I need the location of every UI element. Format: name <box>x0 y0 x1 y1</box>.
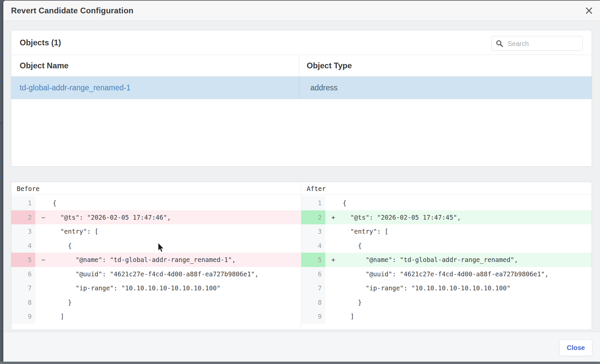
diff-line: 4 { <box>11 239 301 253</box>
dialog-header: Revert Candidate Configuration <box>3 1 600 21</box>
column-header-object-type: Object Type <box>299 55 592 76</box>
close-button[interactable]: Close <box>559 340 592 356</box>
line-number: 3 <box>301 224 325 239</box>
line-number: 6 <box>301 267 325 281</box>
line-text: ] <box>53 313 64 320</box>
background-text-fragment <box>0 161 2 163</box>
line-number: 7 <box>301 281 325 295</box>
line-number: 4 <box>11 239 35 253</box>
objects-panel: Objects (1) Object Name Object Type td-g… <box>11 30 592 167</box>
dialog-title: Revert Candidate Configuration <box>11 6 133 15</box>
diff-line-added: 2+ "@ts": "2026-02-05 17:47:45", <box>301 210 592 225</box>
line-text: { <box>343 199 346 207</box>
line-text: { <box>343 242 362 249</box>
line-code: ] <box>325 309 592 324</box>
diff-marker: − <box>41 210 53 225</box>
line-number: 8 <box>11 295 35 310</box>
diff-line: 8 } <box>11 295 301 310</box>
screen: Revert Candidate Configuration Objects (… <box>0 0 600 364</box>
line-text: "@name": "td-global-addr-range_renamed", <box>343 256 518 263</box>
line-text: "@uuid": "4621c27e-f4cd-4d00-a88f-ea727b… <box>343 270 549 278</box>
diff-line: 6 "@uuid": "4621c27e-f4cd-4d00-a88f-ea72… <box>11 267 301 281</box>
line-code: "ip-range": "10.10.10.10-10.10.10.100" <box>325 281 592 295</box>
line-code: { <box>35 196 301 210</box>
search-box <box>491 36 583 51</box>
line-code: − "@name": "td-global-addr-range_renamed… <box>35 253 301 267</box>
diff-marker: + <box>331 253 343 267</box>
line-text: { <box>53 242 72 249</box>
object-type-cell: address <box>299 77 592 99</box>
line-code: "entry": [ <box>35 224 301 239</box>
diff-line: 1{ <box>11 196 301 210</box>
after-code: 1{ 2+ "@ts": "2026-02-05 17:47:45", 3 "e… <box>301 195 592 324</box>
line-number: 1 <box>11 196 35 210</box>
search-icon <box>496 40 504 48</box>
diff-line: 6 "@uuid": "4621c27e-f4cd-4d00-a88f-ea72… <box>301 267 592 281</box>
line-text: "ip-range": "10.10.10.10-10.10.10.100" <box>343 284 510 292</box>
table-row-selected[interactable]: td-global-addr-range_renamed-1 address <box>11 77 592 99</box>
line-text: "entry": [ <box>53 228 98 235</box>
line-text: ] <box>343 313 354 320</box>
line-number: 8 <box>301 295 325 310</box>
search-input[interactable] <box>507 37 580 51</box>
background-text-fragment <box>0 176 2 177</box>
background-page-edge <box>0 0 3 362</box>
line-number: 5 <box>11 253 35 267</box>
line-number: 6 <box>11 267 35 281</box>
diff-line: 9 ] <box>301 309 592 324</box>
line-code: + "@ts": "2026-02-05 17:47:45", <box>325 210 592 225</box>
line-code: − "@ts": "2026-02-05 17:47:46", <box>35 210 301 225</box>
diff-line: 3 "entry": [ <box>11 224 301 239</box>
line-number: 7 <box>11 281 35 295</box>
line-code: "@uuid": "4621c27e-f4cd-4d00-a88f-ea727b… <box>325 267 592 281</box>
line-code: } <box>35 295 301 310</box>
diff-line: 7 "ip-range": "10.10.10.10-10.10.10.100" <box>301 281 592 295</box>
line-code: ] <box>35 309 301 324</box>
objects-table-header: Object Name Object Type <box>11 55 592 77</box>
objects-count-title: Objects (1) <box>20 30 61 55</box>
line-code: { <box>35 239 301 253</box>
diff-line-removed: 5− "@name": "td-global-addr-range_rename… <box>11 253 301 267</box>
line-code: } <box>325 295 592 310</box>
diff-marker: − <box>41 253 53 267</box>
object-name-cell[interactable]: td-global-addr-range_renamed-1 <box>11 77 299 99</box>
line-number: 9 <box>301 309 325 324</box>
diff-line: 8 } <box>301 295 592 310</box>
column-header-object-name: Object Name <box>11 55 299 76</box>
line-number: 2 <box>301 210 325 225</box>
diff-line: 9 ] <box>11 309 301 324</box>
mouse-cursor <box>157 242 165 253</box>
background-text-fragment <box>0 80 2 82</box>
line-code: "@uuid": "4621c27e-f4cd-4d00-a88f-ea727b… <box>35 267 301 281</box>
background-text-fragment <box>0 123 2 124</box>
line-number: 9 <box>11 309 35 324</box>
background-text-fragment <box>0 53 2 55</box>
line-code: { <box>325 196 592 210</box>
line-number: 2 <box>11 210 35 225</box>
objects-panel-header: Objects (1) <box>11 30 592 55</box>
line-text: "ip-range": "10.10.10.10-10.10.10.100" <box>53 284 220 292</box>
line-code: + "@name": "td-global-addr-range_renamed… <box>325 253 592 267</box>
line-number: 5 <box>301 253 325 267</box>
diff-line: 1{ <box>301 196 592 210</box>
after-label: After <box>301 182 592 195</box>
line-text: "@ts": "2026-02-05 17:47:45", <box>343 214 461 221</box>
line-number: 1 <box>301 196 325 210</box>
line-text: } <box>53 299 72 306</box>
line-code: "entry": [ <box>325 224 592 239</box>
line-code: "ip-range": "10.10.10.10-10.10.10.100" <box>35 281 301 295</box>
diff-line-added: 5+ "@name": "td-global-addr-range_rename… <box>301 253 592 267</box>
dialog-footer: Close <box>3 332 600 362</box>
diff-line: 4 { <box>301 239 592 253</box>
line-text: "entry": [ <box>343 228 388 235</box>
close-icon[interactable] <box>585 6 593 15</box>
diff-before-pane: Before 1{ 2− "@ts": "2026-02-05 17:47:46… <box>11 182 301 330</box>
revert-candidate-configuration-dialog: Revert Candidate Configuration Objects (… <box>3 1 600 362</box>
diff-line: 3 "entry": [ <box>301 224 592 239</box>
before-label: Before <box>11 182 301 195</box>
line-text: } <box>343 299 362 306</box>
line-number: 3 <box>11 224 35 239</box>
line-text: "@uuid": "4621c27e-f4cd-4d00-a88f-ea727b… <box>53 270 259 278</box>
line-text: "@name": "td-global-addr-range_renamed-1… <box>53 256 236 263</box>
diff-panel: Before 1{ 2− "@ts": "2026-02-05 17:47:46… <box>11 182 592 330</box>
